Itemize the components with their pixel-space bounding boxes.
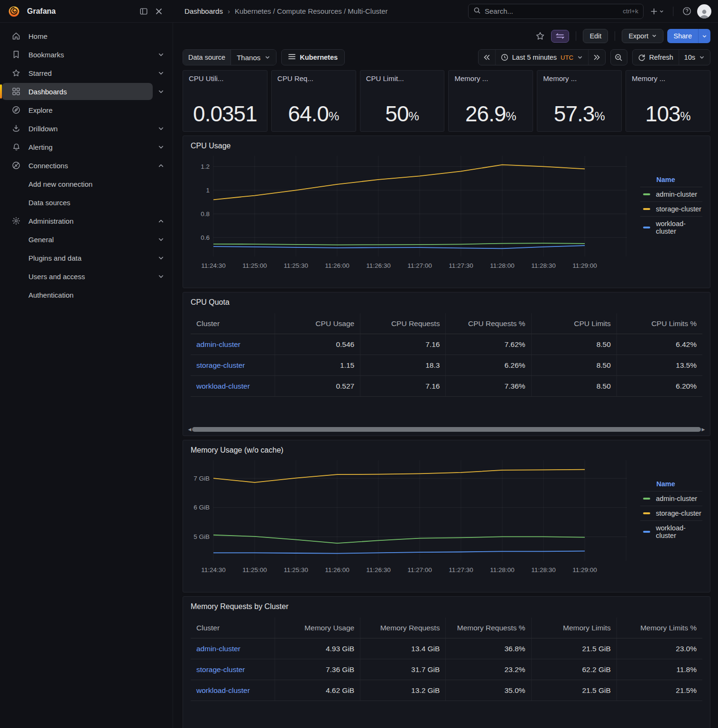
stat-panel[interactable]: Memory ...57.3% xyxy=(537,70,622,132)
chevron-down-icon[interactable] xyxy=(153,250,169,266)
memory-usage-chart[interactable]: 5 GiB6 GiB7 GiB11:24:3011:25:0011:25:301… xyxy=(191,456,635,576)
cluster-link[interactable]: admin-cluster xyxy=(196,645,240,653)
sidebar-item-link[interactable]: Add new connection xyxy=(0,175,153,192)
chevron-down-icon[interactable] xyxy=(153,120,169,136)
breadcrumb-dashboards[interactable]: Dashboards xyxy=(184,7,223,15)
sidebar-item-administration[interactable]: Administration xyxy=(0,212,169,229)
cpu-usage-chart[interactable]: 0.60.811.211:24:3011:25:0011:25:3011:26:… xyxy=(191,152,635,272)
cluster-link[interactable]: workload-cluster xyxy=(196,686,250,695)
column-header[interactable]: Memory Requests % xyxy=(446,618,531,638)
column-header[interactable]: CPU Limits % xyxy=(617,313,702,334)
sidebar-item-data-sources[interactable]: Data sources xyxy=(0,194,169,211)
cluster-link[interactable]: storage-cluster xyxy=(196,665,245,674)
column-header[interactable]: CPU Usage xyxy=(275,313,360,334)
stat-panel[interactable]: CPU Req...64.0% xyxy=(271,70,356,132)
column-header[interactable]: CPU Requests xyxy=(360,313,446,334)
user-avatar[interactable] xyxy=(697,4,711,18)
legend-name-header[interactable]: Name xyxy=(640,174,702,187)
cluster-link[interactable]: workload-cluster xyxy=(196,382,250,391)
cluster-link[interactable]: admin-cluster xyxy=(196,340,240,349)
legend-item-storage-cluster[interactable]: storage-cluster xyxy=(640,506,702,520)
panel-title[interactable]: Memory Usage (w/o cache) xyxy=(191,445,702,456)
chevron-down-icon[interactable] xyxy=(153,139,169,155)
search-input[interactable] xyxy=(485,7,619,15)
datasource-picker[interactable]: Data source Thanos xyxy=(183,49,276,65)
sidebar-item-starred[interactable]: Starred xyxy=(0,64,169,82)
legend-name-header[interactable]: Name xyxy=(640,478,702,491)
chevron-down-icon[interactable] xyxy=(153,268,169,284)
sidebar-item-link[interactable]: General xyxy=(0,231,153,248)
legend-item-admin-cluster[interactable]: admin-cluster xyxy=(640,187,702,201)
sidebar-item-link[interactable]: Plugins and data xyxy=(0,249,153,266)
time-range-picker[interactable]: Last 5 minutes UTC xyxy=(496,50,589,65)
horizontal-scrollbar[interactable]: ◀ ▶ xyxy=(188,426,705,433)
column-header[interactable]: Memory Usage xyxy=(275,618,360,638)
sidebar-item-link[interactable]: Dashboards xyxy=(2,83,153,100)
chevron-down-icon[interactable] xyxy=(153,83,169,100)
sidebar-item-link[interactable]: Connections xyxy=(0,157,153,174)
sidebar-item-explore[interactable]: Explore xyxy=(0,101,169,118)
export-button[interactable]: Export xyxy=(622,29,663,43)
sidebar-item-link[interactable]: Explore xyxy=(0,101,153,118)
column-header[interactable]: Cluster xyxy=(191,313,275,334)
sidebar-item-link[interactable]: Authentication xyxy=(0,286,153,303)
sidebar-item-add-new-connection[interactable]: Add new connection xyxy=(0,175,169,192)
refresh-interval-picker[interactable]: 10s xyxy=(679,50,710,65)
sidebar-item-link[interactable]: Data sources xyxy=(0,194,153,211)
sidebar-item-link[interactable]: Users and access xyxy=(0,268,153,285)
stat-panel[interactable]: Memory ...103% xyxy=(626,70,710,132)
chevron-up-icon[interactable] xyxy=(153,157,169,173)
sidebar-item-home[interactable]: Home xyxy=(0,27,169,45)
sidebar-item-users-and-access[interactable]: Users and access xyxy=(0,268,169,285)
chevron-up-icon[interactable] xyxy=(153,213,169,229)
search-box[interactable]: ctrl+k xyxy=(468,4,644,19)
time-shift-back-button[interactable] xyxy=(479,50,496,65)
stat-panel[interactable]: Memory ...26.9% xyxy=(448,70,533,132)
sidebar-item-bookmarks[interactable]: Bookmarks xyxy=(0,46,169,63)
edit-button[interactable]: Edit xyxy=(583,29,608,43)
sidebar-item-link[interactable]: Bookmarks xyxy=(0,46,153,63)
sidebar-item-alerting[interactable]: Alerting xyxy=(0,138,169,155)
share-button[interactable]: Share xyxy=(667,29,698,43)
column-header[interactable]: CPU Requests % xyxy=(446,313,531,334)
switch-view-button[interactable] xyxy=(551,30,569,43)
panel-title[interactable]: CPU Usage xyxy=(191,141,702,152)
chevron-down-icon[interactable] xyxy=(153,231,169,247)
sidebar-item-link[interactable]: Alerting xyxy=(0,138,153,155)
zoom-out-time-button[interactable] xyxy=(610,49,627,65)
panel-title[interactable]: CPU Quota xyxy=(191,297,702,309)
sidebar-item-authentication[interactable]: Authentication xyxy=(0,286,169,303)
column-header[interactable]: Cluster xyxy=(191,618,275,638)
scrollbar-thumb[interactable] xyxy=(192,427,701,432)
chevron-down-icon[interactable] xyxy=(153,65,169,81)
stat-panel[interactable]: CPU Utili...0.0351 xyxy=(183,70,267,132)
column-header[interactable]: Memory Requests xyxy=(360,618,446,638)
chevron-down-icon[interactable] xyxy=(153,46,169,63)
sidebar-item-link[interactable]: Administration xyxy=(0,212,153,229)
sidebar-item-general[interactable]: General xyxy=(0,231,169,248)
legend-item-storage-cluster[interactable]: storage-cluster xyxy=(640,201,702,216)
close-sidebar-icon[interactable] xyxy=(151,4,166,19)
panel-title[interactable]: Memory Requests by Cluster xyxy=(191,601,702,613)
sidebar-item-plugins-and-data[interactable]: Plugins and data xyxy=(0,249,169,266)
sidebar-item-dashboards[interactable]: Dashboards xyxy=(0,83,169,100)
sidebar-item-link[interactable]: Drilldown xyxy=(0,120,153,137)
column-header[interactable]: Memory Limits xyxy=(532,618,617,638)
scroll-left-icon[interactable]: ◀ xyxy=(188,427,192,432)
column-header[interactable]: CPU Limits xyxy=(532,313,617,334)
legend-item-admin-cluster[interactable]: admin-cluster xyxy=(640,491,702,506)
cluster-link[interactable]: storage-cluster xyxy=(196,361,245,370)
star-dashboard-icon[interactable] xyxy=(533,29,547,43)
sidebar-item-drilldown[interactable]: Drilldown xyxy=(0,120,169,137)
legend-item-workload-cluster[interactable]: workload-cluster xyxy=(640,520,702,543)
legend-item-workload-cluster[interactable]: workload-cluster xyxy=(640,216,702,238)
sidebar-item-connections[interactable]: Connections xyxy=(0,157,169,174)
kubernetes-filter-chip[interactable]: Kubernetes xyxy=(281,49,345,65)
column-header[interactable]: Memory Limits % xyxy=(617,618,702,638)
sidebar-item-link[interactable]: Starred xyxy=(0,64,153,82)
share-options-button[interactable] xyxy=(698,29,710,43)
scroll-right-icon[interactable]: ▶ xyxy=(701,427,705,432)
dock-sidebar-icon[interactable] xyxy=(136,4,151,19)
help-icon[interactable] xyxy=(679,4,694,19)
stat-panel[interactable]: CPU Limit...50% xyxy=(360,70,445,132)
